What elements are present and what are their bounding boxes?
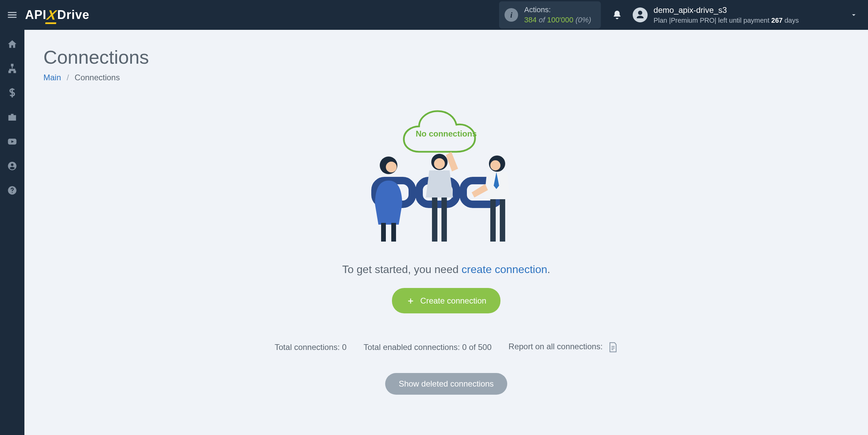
bell-icon [612,10,622,20]
avatar [633,7,648,22]
plus-icon: ＋ [406,295,415,307]
empty-state: No connections [209,103,684,395]
svg-rect-19 [490,199,496,242]
svg-rect-16 [441,198,447,242]
logo-text-left: API [25,8,46,22]
sitemap-icon [7,63,17,74]
sidebar-item-video[interactable] [5,135,19,148]
question-icon [7,185,17,195]
actions-limit: 100'000 [547,16,573,24]
stat-report: Report on all connections: [509,342,618,353]
svg-rect-11 [381,223,386,242]
breadcrumb: Main / Connections [43,73,849,82]
actions-counter[interactable]: i Actions: 384 of 100'000 (0%) [499,1,601,28]
actions-text: Actions: 384 of 100'000 (0%) [524,5,591,25]
notifications-button[interactable] [609,7,625,23]
sidebar-item-connections[interactable] [5,62,19,75]
svg-rect-15 [432,198,437,242]
breadcrumb-main[interactable]: Main [43,73,61,82]
svg-point-10 [386,162,397,172]
sidebar-item-briefcase[interactable] [5,110,19,124]
empty-lead-text: To get started, you need create connecti… [209,263,684,276]
sidebar-item-home[interactable] [5,37,19,51]
show-deleted-button[interactable]: Show deleted connections [385,373,507,395]
sidebar-item-account[interactable] [5,159,19,173]
actions-label: Actions: [524,5,591,15]
menu-toggle[interactable] [4,7,20,23]
sidebar-item-help[interactable] [5,184,19,197]
svg-rect-20 [500,199,505,242]
svg-point-14 [434,158,445,169]
logo[interactable]: API X Drive [25,7,90,23]
logo-x: X [46,7,58,23]
hamburger-icon [6,9,18,21]
user-icon [635,10,645,20]
youtube-icon [7,137,17,147]
account-icon [7,161,17,171]
top-bar: API X Drive i Actions: 384 of 100'000 (0… [0,0,868,30]
actions-used: 384 [524,16,537,24]
dollar-icon [7,88,17,98]
info-icon: i [505,8,518,22]
svg-text:No connections: No connections [416,129,477,138]
breadcrumb-current: Connections [75,73,120,82]
breadcrumb-sep: / [67,73,69,82]
sidebar [0,30,24,435]
page-title: Connections [43,46,849,68]
user-menu[interactable]: demo_apix-drive_s3 Plan |Premium PRO| le… [633,5,859,25]
stats-row: Total connections: 0 Total enabled conne… [209,342,684,353]
create-connection-link[interactable]: create connection [461,263,547,275]
briefcase-icon [7,112,17,122]
chevron-down-icon [849,10,859,20]
stat-enabled: Total enabled connections: 0 of 500 [363,343,492,352]
no-connections-illustration: No connections [351,103,541,253]
actions-of: of [539,16,545,24]
svg-rect-12 [391,223,396,242]
user-plan: Plan |Premium PRO| left until payment 26… [654,16,799,25]
svg-point-18 [490,160,500,170]
actions-pct: (0%) [575,16,591,24]
home-icon [7,39,17,49]
report-download-icon[interactable] [608,342,618,353]
user-name: demo_apix-drive_s3 [654,5,799,16]
stat-total: Total connections: 0 [275,343,347,352]
sidebar-item-billing[interactable] [5,86,19,100]
create-connection-button[interactable]: ＋ Create connection [392,288,501,313]
main-content: Connections Main / Connections No connec… [24,30,868,435]
logo-text-right: Drive [57,8,90,22]
